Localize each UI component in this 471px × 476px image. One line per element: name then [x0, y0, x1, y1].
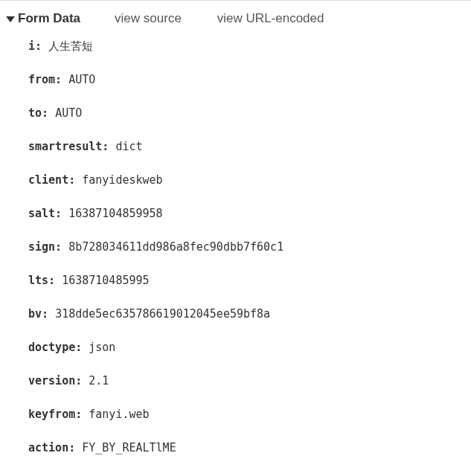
form-data-row: i: 人生苦短 — [28, 38, 471, 54]
form-data-value: 16387104859958 — [68, 207, 162, 220]
form-data-key: sign: — [28, 240, 62, 254]
view-source-link[interactable]: view source — [115, 11, 182, 26]
form-data-key: i: — [28, 39, 42, 53]
form-data-key: client: — [28, 173, 75, 187]
form-data-value: FY_BY_REALTlME — [82, 441, 176, 454]
form-data-key: salt: — [28, 207, 62, 220]
view-url-encoded-link[interactable]: view URL-encoded — [217, 11, 324, 26]
collapse-triangle-icon — [6, 16, 15, 22]
form-data-row: doctype: json — [28, 340, 471, 356]
form-data-row: smartresult: dict — [28, 139, 471, 155]
form-data-value: AUTO — [55, 106, 82, 120]
form-data-key: from: — [28, 73, 62, 86]
form-data-value: 1638710485995 — [62, 274, 149, 287]
form-data-value: json — [89, 341, 115, 354]
form-data-list: i: 人生苦短from: AUTOto: AUTOsmartresult: di… — [0, 38, 471, 471]
form-data-key: bv: — [28, 307, 48, 321]
form-data-row: sign: 8b728034611dd986a8fec90dbb7f60c1 — [28, 239, 471, 255]
form-data-row: lts: 1638710485995 — [28, 273, 471, 289]
form-data-key: to: — [28, 106, 48, 120]
form-data-value: dict — [115, 140, 142, 153]
form-data-value: 2.1 — [89, 374, 109, 387]
form-data-value: 318dde5ec635786619012045ee59bf8a — [55, 307, 270, 321]
form-data-key: doctype: — [28, 341, 82, 354]
form-data-row: version: 2.1 — [28, 373, 471, 389]
form-data-row: bv: 318dde5ec635786619012045ee59bf8a — [28, 306, 471, 322]
form-data-row: client: fanyideskweb — [28, 173, 471, 188]
form-data-row: salt: 16387104859958 — [28, 206, 471, 222]
form-data-row: action: FY_BY_REALTlME — [28, 440, 471, 456]
form-data-row: to: AUTO — [28, 106, 471, 121]
form-data-key: keyfrom: — [28, 408, 82, 421]
form-data-value: fanyideskweb — [82, 173, 162, 187]
form-data-row: keyfrom: fanyi.web — [28, 407, 471, 422]
form-data-key: smartresult: — [28, 140, 109, 153]
form-data-value: 人生苦短 — [48, 39, 93, 52]
section-header[interactable]: Form Data view source view URL-encoded — [0, 11, 471, 26]
form-data-value: AUTO — [68, 73, 95, 86]
form-data-value: fanyi.web — [89, 408, 149, 421]
form-data-key: action: — [28, 441, 75, 454]
form-data-section: Form Data view source view URL-encoded i… — [0, 0, 471, 471]
form-data-key: version: — [28, 374, 82, 387]
form-data-row: from: AUTO — [28, 72, 471, 88]
form-data-value: 8b728034611dd986a8fec90dbb7f60c1 — [68, 240, 283, 254]
section-title: Form Data — [18, 11, 80, 26]
form-data-key: lts: — [28, 274, 55, 287]
